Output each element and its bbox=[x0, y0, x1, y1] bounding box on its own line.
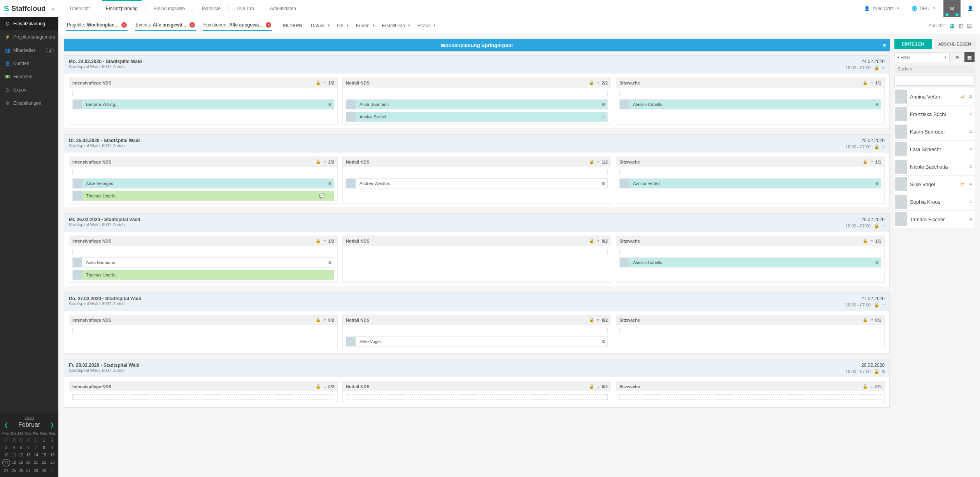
event-header[interactable]: Fr. 28.02.2020 - Stadtspital WaidStadtsp… bbox=[64, 359, 889, 377]
shift-header[interactable]: Notfall NDS🔒≡1/2 bbox=[343, 157, 611, 167]
lock-icon[interactable]: 🔒 bbox=[589, 384, 594, 389]
calendar-day[interactable]: 21 bbox=[33, 459, 39, 466]
project-banner[interactable]: Wochenplanung Springerpool ≡ bbox=[64, 39, 890, 51]
filter-segment[interactable]: Events:Alle ausgewä...× bbox=[135, 21, 195, 31]
person-menu-icon[interactable]: ≡ bbox=[969, 128, 972, 135]
calendar-day[interactable]: 23 bbox=[49, 459, 56, 466]
top-tab-einsatzplanung[interactable]: Einsatzplanung bbox=[98, 0, 146, 17]
calendar-day[interactable]: 30 bbox=[25, 437, 32, 444]
collapse-sidebar-icon[interactable]: ≡ bbox=[51, 6, 54, 12]
shift-header[interactable]: Notfall NDS🔒≡0/2 bbox=[343, 382, 611, 391]
dropzone[interactable] bbox=[619, 91, 881, 96]
row-menu-icon[interactable]: ≡ bbox=[328, 180, 334, 187]
person-menu-icon[interactable]: ≡ bbox=[969, 146, 972, 152]
shift-header[interactable]: Notfall NDS🔒≡0/2 bbox=[343, 236, 611, 246]
menu-icon[interactable]: ≡ bbox=[323, 318, 326, 322]
menu-icon[interactable]: ≡ bbox=[323, 239, 326, 243]
calendar-day[interactable]: 13 bbox=[25, 452, 32, 458]
calendar-day[interactable]: 5 bbox=[18, 444, 24, 451]
dropzone[interactable] bbox=[346, 328, 608, 333]
menu-icon[interactable]: ≡ bbox=[870, 384, 873, 389]
person-menu-icon[interactable]: ≡ bbox=[969, 93, 972, 100]
staff-row[interactable]: Barbara Zolling...≡ bbox=[72, 99, 334, 109]
row-menu-icon[interactable]: ≡ bbox=[602, 338, 607, 345]
dropzone[interactable] bbox=[619, 394, 881, 400]
calendar-day[interactable]: 28 bbox=[11, 437, 17, 444]
user-menu-button[interactable]: 👤 Yves Ortiz ▼ bbox=[860, 3, 904, 14]
calendar-day[interactable]: 2 bbox=[49, 437, 56, 444]
shift-header[interactable]: Notfall NDS🔒≡0/2 bbox=[343, 315, 611, 325]
top-tab-teamliste[interactable]: Teamliste bbox=[193, 0, 228, 17]
shift-header[interactable]: Intensivpflege NDS🔒≡1/2 bbox=[69, 78, 337, 88]
menu-icon[interactable]: ≡ bbox=[597, 81, 599, 85]
calendar-day[interactable]: 14 bbox=[33, 452, 39, 458]
person-item[interactable]: Tamara Fischer≡ bbox=[894, 211, 975, 228]
shift-header[interactable]: Intensivpflege NDS🔒≡2/2 bbox=[69, 157, 337, 167]
sidebar-item-mitarbeiter[interactable]: 👥Mitarbeiter3 bbox=[0, 44, 58, 57]
calendar-day[interactable]: 1 bbox=[40, 437, 48, 444]
row-menu-icon[interactable]: ≡ bbox=[328, 193, 334, 199]
row-menu-icon[interactable]: ≡ bbox=[875, 259, 881, 266]
dropzone[interactable] bbox=[72, 249, 334, 254]
language-button[interactable]: 🌐 DEU ▼ bbox=[908, 3, 940, 14]
user-extra-button[interactable]: 👤 bbox=[964, 0, 976, 17]
row-menu-icon[interactable]: ≡ bbox=[602, 180, 607, 187]
person-item[interactable]: Franziska Büchi≡ bbox=[894, 106, 975, 123]
staff-row[interactable]: Annina Vetterli≡ bbox=[619, 178, 881, 188]
calendar-day[interactable]: 29 bbox=[18, 437, 24, 444]
staff-row[interactable]: Anita Baumann≡ bbox=[346, 99, 608, 109]
filter-segment[interactable]: Funktionen:Alle ausgewä...× bbox=[203, 21, 272, 31]
person-menu-icon[interactable]: ≡ bbox=[969, 216, 972, 222]
event-header[interactable]: Mo. 24.02.2020 - Stadtspital WaidStadtsp… bbox=[64, 56, 889, 74]
calendar-day[interactable]: 26 bbox=[18, 467, 24, 474]
banner-menu-icon[interactable]: ≡ bbox=[883, 42, 886, 48]
menu-icon[interactable]: ≡ bbox=[323, 81, 326, 85]
calendar-next-icon[interactable]: ❯ bbox=[50, 422, 54, 428]
lock-icon[interactable]: 🔒 bbox=[874, 369, 880, 374]
event-header[interactable]: Do. 27.02.2020 - Stadtspital WaidStadtsp… bbox=[64, 293, 889, 311]
shift-header[interactable]: Sitzwache🔒≡0/1 bbox=[616, 315, 884, 325]
clear-filter-icon[interactable]: × bbox=[189, 22, 195, 28]
staff-row[interactable]: Anita Baumann≡ bbox=[72, 257, 334, 268]
dropzone[interactable] bbox=[346, 170, 608, 175]
lock-icon[interactable]: 🔒 bbox=[316, 384, 321, 389]
calendar-prev-icon[interactable]: ❮ bbox=[4, 422, 9, 428]
search-input[interactable] bbox=[894, 76, 975, 86]
calendar-day[interactable]: 8 bbox=[40, 444, 48, 451]
calendar-day[interactable]: 31 bbox=[33, 437, 39, 444]
dropzone[interactable] bbox=[72, 91, 334, 96]
row-menu-icon[interactable]: ≡ bbox=[602, 114, 607, 120]
staff-row[interactable]: Thomas Ungric...💬≡ bbox=[72, 191, 334, 201]
menu-icon[interactable]: ≡ bbox=[870, 318, 873, 322]
top-tab-arbeitsdaten[interactable]: Arbeitsdaten bbox=[262, 0, 304, 17]
mail-button[interactable]: ✉ 0 0 bbox=[943, 0, 961, 17]
row-menu-icon[interactable]: ≡ bbox=[875, 101, 881, 107]
calendar-day[interactable]: 1 bbox=[49, 467, 56, 474]
sidebar-item-finanzen[interactable]: 💵Finanzen bbox=[0, 70, 58, 83]
menu-icon[interactable]: ≡ bbox=[597, 318, 599, 322]
menu-icon[interactable]: ≡ bbox=[870, 160, 873, 164]
menu-icon[interactable]: ≡ bbox=[882, 302, 885, 308]
clear-filter-icon[interactable]: × bbox=[266, 22, 271, 28]
menu-icon[interactable]: ≡ bbox=[323, 160, 326, 164]
staff-row[interactable]: Alessio Cabrilla≡ bbox=[619, 257, 881, 268]
lock-icon[interactable]: 🔒 bbox=[316, 159, 321, 164]
shift-header[interactable]: Intensivpflege NDS🔒≡0/2 bbox=[69, 315, 337, 325]
shift-header[interactable]: Sitzwache🔒≡1/1 bbox=[616, 78, 884, 88]
calendar-day[interactable]: 17 bbox=[2, 459, 10, 466]
view-grid-icon[interactable]: ▦ bbox=[949, 23, 955, 29]
top-tab-einladungsliste[interactable]: Einladungsliste bbox=[146, 0, 193, 17]
shift-header[interactable]: Notfall NDS🔒≡2/2 bbox=[343, 78, 611, 88]
calendar-day[interactable]: 24 bbox=[2, 467, 10, 474]
person-item[interactable]: Silke Vogel⇄≡ bbox=[894, 176, 975, 193]
dropzone[interactable] bbox=[346, 91, 608, 96]
view-tiles-icon[interactable]: ▥ bbox=[957, 23, 964, 29]
calendar-day[interactable]: 7 bbox=[33, 444, 39, 451]
menu-icon[interactable]: ≡ bbox=[597, 160, 599, 164]
staff-row[interactable]: Alessio Cabrilla≡ bbox=[619, 99, 881, 109]
calendar-day[interactable]: 3 bbox=[2, 444, 10, 451]
row-menu-icon[interactable]: ≡ bbox=[875, 180, 881, 187]
close-tab[interactable]: ABSCHLIESSEN bbox=[935, 39, 975, 49]
shift-header[interactable]: Sitzwache🔒≡1/1 bbox=[616, 236, 884, 246]
dropzone[interactable] bbox=[72, 170, 334, 175]
